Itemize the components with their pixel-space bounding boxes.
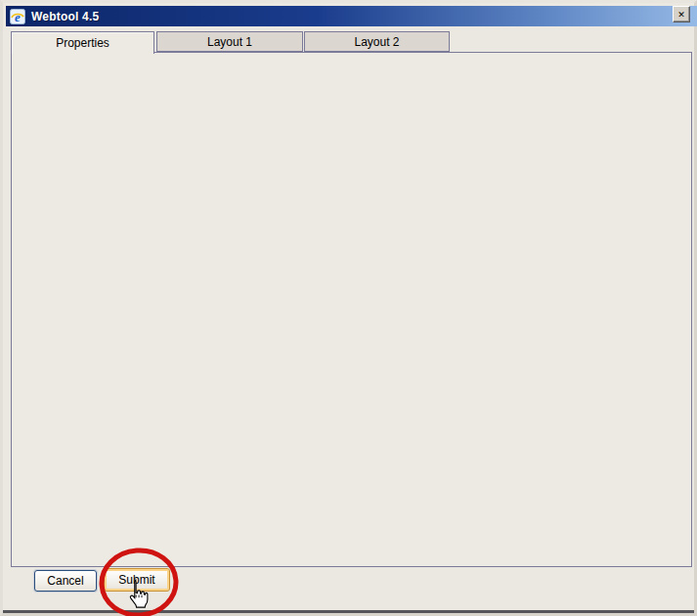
tab-label: Layout 2 bbox=[354, 35, 399, 49]
internet-explorer-icon: e bbox=[10, 9, 25, 24]
tab-label: Layout 1 bbox=[207, 35, 252, 49]
submit-button[interactable]: Submit bbox=[104, 568, 170, 592]
tab-label: Properties bbox=[56, 36, 109, 50]
properties-tab-panel bbox=[11, 52, 692, 567]
titlebar[interactable]: e Webtool 4.5 bbox=[6, 6, 697, 26]
svg-text:e: e bbox=[15, 9, 21, 23]
close-button[interactable]: ✕ bbox=[673, 6, 690, 22]
submit-button-label: Submit bbox=[118, 573, 154, 587]
cancel-button[interactable]: Cancel bbox=[34, 570, 97, 592]
window-title: Webtool 4.5 bbox=[31, 10, 99, 23]
window-bottom-edge bbox=[3, 610, 694, 613]
tab-layout-2[interactable]: Layout 2 bbox=[304, 31, 450, 52]
tab-layout-1[interactable]: Layout 1 bbox=[156, 31, 303, 52]
cancel-button-label: Cancel bbox=[47, 574, 83, 588]
dialog-window: e Webtool 4.5 ✕ Properties Layout 1 Layo… bbox=[0, 0, 697, 616]
tab-properties[interactable]: Properties bbox=[11, 31, 154, 54]
close-icon: ✕ bbox=[677, 10, 685, 20]
